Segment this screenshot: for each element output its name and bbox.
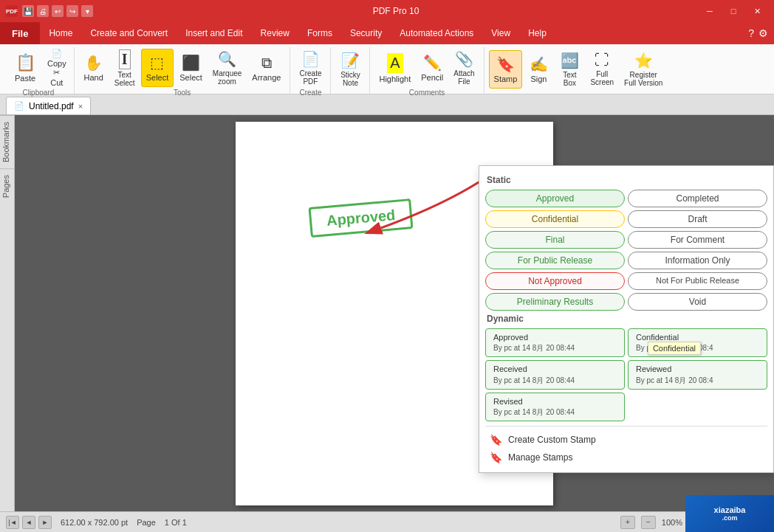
prev-page-button[interactable]: ◄ [22,516,35,529]
stamp-group: 🔖 Stamp ✍️ Sign 🔤 TextBox ⛶ FullScreen ⭐… [484,47,672,94]
page-label: Page [137,518,156,527]
dynamic-stamp-approved[interactable]: Approved By pc at 14 8月 20 08:44 [485,328,625,357]
create-convert-menu[interactable]: Create and Convert [81,22,177,44]
print-icon[interactable]: 🖨 [37,5,49,17]
paste-button[interactable]: 📋 Paste [7,49,43,87]
full-screen-button[interactable]: ⛶ FullScreen [586,50,618,89]
stamp-information-only[interactable]: Information Only [628,252,767,269]
undo-icon[interactable]: ↩ [52,5,64,17]
sign-button[interactable]: ✍️ Sign [524,50,553,89]
tab-close-button[interactable]: × [78,102,83,111]
stamp-button[interactable]: 🔖 Stamp [489,50,523,89]
select2-button[interactable]: ⬛ Select [175,49,207,87]
attach-file-button[interactable]: 📎 AttachFile [449,49,479,87]
security-menu[interactable]: Security [341,22,391,44]
select2-icon: ⬛ [182,54,200,72]
dynamic-revised-line2: By pc at 14 8月 20 08:44 [493,407,617,418]
page-indicator: 1 Of 1 [165,518,187,527]
forms-menu[interactable]: Forms [298,22,341,44]
stamp-approved[interactable]: Approved [485,190,625,207]
comments-label: Comments [409,89,445,98]
stamp-not-for-public-release[interactable]: Not For Public Release [628,272,767,290]
text-select-button[interactable]: I TextSelect [110,49,140,87]
stamp-void[interactable]: Void [628,293,767,311]
sticky-note-icon: 📝 [341,52,360,69]
stamp-for-comment[interactable]: For Comment [628,231,767,249]
zoom-out-button[interactable]: − [641,516,656,529]
highlight-button[interactable]: A Highlight [374,49,415,87]
stamp-completed[interactable]: Completed [628,190,767,207]
close-button[interactable]: ✕ [746,4,768,18]
sticky-note-label: StickyNote [340,71,360,87]
marquee-zoom-button[interactable]: 🔍 Marqueezoom [208,49,246,87]
clipboard-group: 📋 Paste 📄 Copy ✂ Cut Clipboard [3,47,75,94]
hand-icon: ✋ [84,54,103,72]
bookmarks-panel-tab[interactable]: Bookmarks [0,115,14,168]
register-full-version-button[interactable]: ⭐ RegisterFull Version [620,50,667,89]
sticky-note-group: 📝 StickyNote [331,47,370,94]
text-select-icon: I [119,49,131,69]
sticky-note-button[interactable]: 📝 StickyNote [335,50,365,89]
pdf-tab-label: Untitled.pdf [29,101,74,111]
help-menu[interactable]: Help [519,22,555,44]
page-navigation: |◄ ◄ ► [6,516,52,529]
copy-button[interactable]: 📄 Copy [44,49,69,67]
comments-group: A Highlight ✏️ Pencil 📎 AttachFile Comme… [370,47,484,94]
status-bar: |◄ ◄ ► 612.00 x 792.00 pt Page 1 Of 1 + … [0,511,774,532]
register-label: RegisterFull Version [624,71,662,87]
file-menu[interactable]: File [0,22,40,44]
stamp-confidential[interactable]: Confidential [485,210,625,228]
pages-panel-tab[interactable]: Pages [0,168,14,204]
cut-button[interactable]: ✂ Cut [44,69,69,86]
create-label: Create [299,89,321,98]
next-page-button[interactable]: ► [38,516,52,529]
stamp-final[interactable]: Final [485,231,625,249]
stamp-preliminary-results[interactable]: Preliminary Results [485,293,625,311]
dynamic-stamp-received[interactable]: Received By pc at 14 8月 20 08:44 [485,360,625,389]
save-icon[interactable]: 💾 [22,5,34,17]
arrange-button[interactable]: ⧉ Arrange [247,49,285,87]
more-icon[interactable]: ▾ [81,5,93,17]
maximize-button[interactable]: □ [722,4,744,18]
minimize-button[interactable]: ─ [699,4,721,18]
redo-icon[interactable]: ↪ [66,5,78,17]
create-custom-stamp-action[interactable]: 🔖 Create Custom Stamp [485,431,767,449]
home-menu[interactable]: Home [40,22,81,44]
automated-actions-menu[interactable]: Automated Actions [391,22,482,44]
stamp-not-approved[interactable]: Not Approved [485,272,625,290]
create-pdf-label: CreatePDF [299,69,321,86]
dynamic-section-label: Dynamic [485,314,767,324]
attach-file-icon: 📎 [455,50,473,68]
pdf-tab[interactable]: 📄 Untitled.pdf × [6,97,91,114]
full-screen-label: FullScreen [590,70,614,86]
dynamic-stamp-revised[interactable]: Revised By pc at 14 8月 20 08:44 [485,393,625,421]
text-box-label: TextBox [563,71,576,87]
dynamic-approved-line2: By pc at 14 8月 20 08:44 [493,343,617,353]
pencil-label: Pencil [421,73,443,82]
zoom-in-button[interactable]: + [620,516,635,529]
app-title: PDF Pro 10 [93,6,699,16]
dynamic-reviewed-line2: By pc at 14 8月 20 08:4 [636,376,759,386]
ribbon: 📋 Paste 📄 Copy ✂ Cut Clipboard ✋ Hand [0,44,774,94]
stamp-draft[interactable]: Draft [628,210,767,228]
pencil-icon: ✏️ [423,54,442,72]
view-menu[interactable]: View [482,22,519,44]
select-button[interactable]: ⬚ Select [141,49,174,87]
stamp-dropdown: Static Approved Completed Confidential D… [479,165,774,473]
settings-icon[interactable]: ⚙ [758,27,768,39]
manage-stamps-action[interactable]: 🔖 Manage Stamps [485,449,767,466]
insert-edit-menu[interactable]: Insert and Edit [177,22,251,44]
text-box-button[interactable]: 🔤 TextBox [555,50,584,89]
pencil-button[interactable]: ✏️ Pencil [417,49,448,87]
arrange-icon: ⧉ [261,55,272,72]
stamp-for-public-release[interactable]: For Public Release [485,252,625,269]
hand-button[interactable]: ✋ Hand [79,49,109,87]
create-pdf-button[interactable]: 📄 CreatePDF [295,49,326,87]
first-page-button[interactable]: |◄ [6,516,19,529]
review-menu[interactable]: Review [252,22,298,44]
dynamic-stamp-reviewed[interactable]: Reviewed By pc at 14 8月 20 08:4 [628,360,767,389]
manage-stamps-icon: 🔖 [490,452,502,463]
highlight-label: Highlight [379,75,411,83]
page-dimensions: 612.00 x 792.00 pt [61,518,128,527]
help-icon[interactable]: ? [748,27,754,39]
